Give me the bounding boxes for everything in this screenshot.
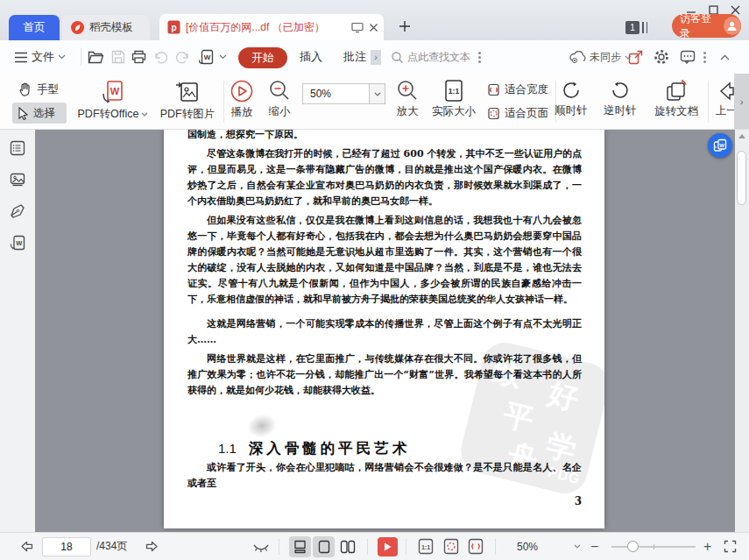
undo-button[interactable] — [153, 40, 168, 74]
tab-document[interactable]: p [价值百万的网...df （已加密） — [159, 14, 384, 40]
insert-label: 插入 — [300, 49, 322, 65]
close-tab-icon[interactable] — [369, 23, 378, 32]
svg-text:W: W — [110, 86, 120, 96]
pdf-to-image-label: PDF转图片 — [160, 107, 216, 122]
zoom-out-icon — [268, 79, 291, 103]
fit-page-status-button[interactable] — [443, 533, 459, 560]
pdf-to-office-icon: W — [100, 79, 126, 105]
redo-button[interactable] — [175, 40, 190, 74]
page-number: 3 — [187, 493, 582, 509]
comment-expander[interactable]: › — [371, 50, 381, 65]
actual-size-status-button[interactable]: 1:1 — [418, 533, 434, 560]
thumbnail-panel-icon[interactable] — [10, 172, 25, 188]
fit-width-icon — [487, 83, 500, 96]
print-smudge — [244, 411, 279, 441]
save-button[interactable] — [111, 40, 125, 74]
document-viewport[interactable]: 致 好 平 学 舟 PDG 国制造，想探究一下原因。 尽管这条微博在我打开的时候… — [35, 130, 749, 532]
status-bar: /434页 1:1 50% − + — [0, 532, 749, 560]
sync-status[interactable]: 未同步 — [569, 40, 632, 74]
pdf-file-icon: p — [167, 20, 180, 34]
play-slideshow-button[interactable] — [378, 537, 398, 556]
paragraph: 尽管这条微博在我打开的时候，已经有了超过 600 个转发，其中不乏一些认证用户的… — [187, 146, 582, 209]
zoom-out-button[interactable]: 缩小 — [259, 79, 300, 119]
scrollbar-thumb[interactable] — [737, 151, 746, 205]
tab-comment[interactable]: 批注 — [343, 40, 366, 74]
tab-start[interactable]: 开始 — [238, 47, 287, 68]
current-page-input[interactable] — [42, 537, 91, 556]
zoom-out-label: 缩小 — [269, 104, 291, 119]
collapse-ribbon-button[interactable] — [720, 40, 730, 74]
find-text-box[interactable]: 点此查找文本 — [391, 40, 470, 74]
view-single-page-button[interactable] — [313, 536, 335, 557]
tab-list-icon[interactable] — [642, 22, 647, 33]
share-button[interactable] — [628, 40, 643, 74]
screen-share-icon[interactable] — [351, 22, 364, 33]
select-tool-button[interactable]: 选择 — [12, 103, 67, 124]
tab-count-badge[interactable]: 1 — [625, 21, 639, 34]
ribbon-expander[interactable]: › — [734, 74, 749, 129]
zoom-in-status-button[interactable]: + — [703, 533, 711, 560]
next-page-button[interactable] — [144, 533, 159, 560]
zoom-level-label[interactable]: 50% — [517, 533, 538, 560]
play-button[interactable]: 播放 — [221, 79, 263, 120]
pdf-to-word-quick-button[interactable]: W — [198, 40, 227, 74]
svg-text:1:1: 1:1 — [421, 544, 430, 550]
pdf-page[interactable]: 致 好 平 学 舟 PDG 国制造，想探究一下原因。 尽管这条微博在我打开的时候… — [164, 130, 604, 528]
find-more-button[interactable] — [478, 40, 481, 74]
play-label: 播放 — [231, 105, 253, 120]
hand-tool-button[interactable]: 手型 — [14, 79, 64, 100]
start-label: 开始 — [251, 50, 274, 66]
to-word-panel-icon[interactable]: W — [10, 235, 25, 251]
rotate-counterclockwise-button[interactable]: 逆时针 — [599, 79, 641, 118]
tab-insert[interactable]: 插入 — [300, 40, 322, 74]
zoom-caret-icon[interactable] — [574, 533, 581, 560]
new-tab-button[interactable] — [394, 16, 415, 37]
rotate-document-icon — [664, 79, 689, 103]
view-facing-pages-button[interactable] — [336, 536, 358, 557]
ribbon-toolbar: 手型 选择 W PDF转Office PDF转图片 播放 缩小 50% — [0, 74, 749, 130]
zoom-combobox[interactable]: 50% — [302, 83, 385, 104]
main-menu-button[interactable]: 文件 — [14, 40, 66, 74]
rotate-document-button[interactable]: 旋转文档 — [648, 79, 704, 119]
settings-button[interactable] — [654, 40, 669, 74]
tab-home[interactable]: 首页 — [9, 15, 60, 40]
zoom-out-status-button[interactable]: − — [590, 533, 598, 560]
rotate-counterclockwise-icon — [609, 79, 632, 102]
zoom-slider[interactable] — [611, 546, 696, 548]
fit-width-status-button[interactable] — [468, 533, 484, 560]
docer-icon — [71, 21, 84, 34]
outline-panel-icon[interactable] — [10, 140, 25, 156]
fit-page-label: 适合页面 — [505, 106, 548, 121]
guest-login-button[interactable]: 访客登录 — [672, 14, 741, 38]
vertical-scrollbar[interactable] — [735, 130, 749, 532]
fullscreen-button[interactable] — [724, 533, 737, 560]
eye-protection-button[interactable] — [252, 533, 270, 560]
cloud-sync-icon — [569, 51, 586, 63]
svg-text:1:1: 1:1 — [449, 87, 460, 96]
feedback-button[interactable] — [680, 40, 696, 74]
zoom-in-button[interactable]: 放大 — [387, 79, 427, 119]
rotate-clockwise-button[interactable]: 顺时针 — [550, 79, 592, 118]
section-title: 深入骨髓的平民艺术 — [249, 441, 411, 457]
convert-float-button[interactable]: W — [708, 133, 732, 158]
previous-page-button[interactable] — [19, 533, 35, 560]
more-options-button[interactable] — [703, 40, 706, 74]
annotate-pen-icon[interactable] — [10, 203, 25, 219]
divider — [279, 539, 279, 555]
zoom-caret-icon[interactable] — [369, 84, 385, 103]
slider-knob[interactable] — [627, 541, 639, 552]
sync-status-label: 未同步 — [590, 50, 621, 65]
pdf-to-office-button[interactable]: W PDF转Office — [77, 79, 149, 122]
wps-pdf-window: 首页 稻壳模板 p [价值百万的网...df （已加密） 1 访客登录 文件 — [0, 0, 749, 560]
paragraph: 或许看了开头，你会在心里犯嘀咕，网络营销会不会很难做？是不是只能是名人、名企或者… — [187, 460, 582, 492]
pdf-to-image-button[interactable]: PDF转图片 — [156, 79, 219, 122]
actual-size-button[interactable]: 1:1 实际大小 — [429, 79, 478, 119]
tab-docer[interactable]: 稻壳模板 — [62, 15, 150, 40]
scroll-up-arrow[interactable] — [738, 134, 745, 138]
view-continuous-button[interactable] — [289, 536, 311, 557]
fit-page-button[interactable]: 适合页面 — [482, 103, 554, 124]
fit-width-button[interactable]: 适合宽度 — [482, 79, 554, 100]
open-file-button[interactable] — [88, 40, 104, 74]
print-button[interactable] — [131, 40, 146, 74]
actual-size-icon: 1:1 — [444, 79, 463, 103]
